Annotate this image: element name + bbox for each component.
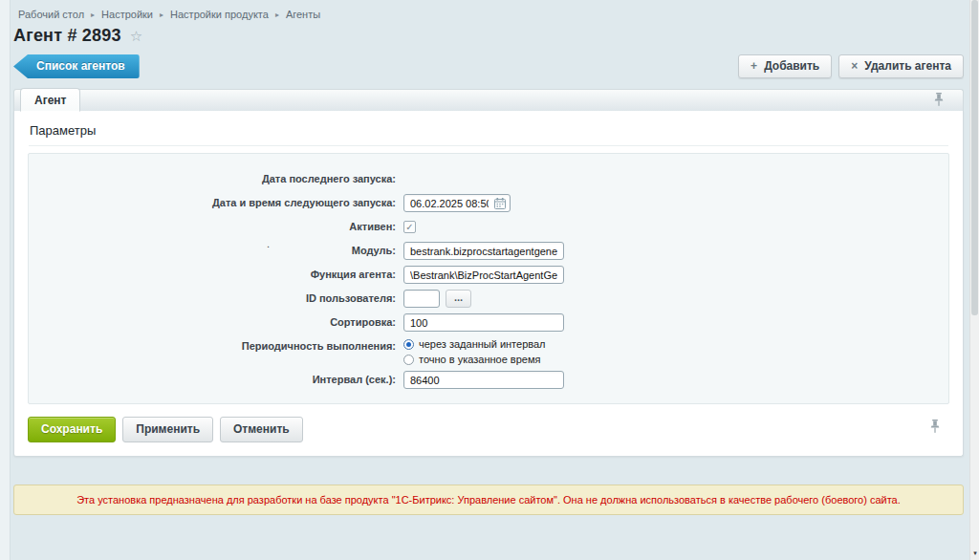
- breadcrumb-separator-icon: ▸: [160, 11, 163, 19]
- user-id-input[interactable]: [403, 290, 440, 308]
- user-browse-button[interactable]: ...: [446, 290, 471, 308]
- breadcrumb-settings[interactable]: Настройки: [101, 9, 153, 20]
- agent-function-input[interactable]: [403, 266, 564, 284]
- delete-agent-button[interactable]: × Удалить агента: [838, 54, 964, 78]
- dev-install-warning: Эта установка предназначена для разработ…: [13, 485, 964, 515]
- periodicity-option-exact-time-label: точно в указанное время: [419, 354, 540, 365]
- toolbar: Список агентов + Добавить × Удалить аген…: [13, 54, 964, 78]
- field-row-interval: Интервал (сек.):: [29, 371, 948, 389]
- save-button[interactable]: Сохранить: [28, 417, 116, 442]
- scroll-down-arrow-icon[interactable]: ▾: [970, 549, 979, 557]
- parameters-panel: . Дата последнего запуска: Дата и время …: [28, 153, 949, 404]
- interval-input[interactable]: [403, 371, 564, 389]
- pin-icon[interactable]: [930, 420, 940, 438]
- next-run-label: Дата и время следующего запуска:: [29, 194, 403, 212]
- plus-icon: +: [751, 60, 757, 72]
- scrollbar-thumb[interactable]: [971, 0, 978, 315]
- agent-list-button[interactable]: Список агентов: [13, 54, 140, 78]
- pin-icon[interactable]: [934, 93, 944, 111]
- periodicity-option-exact-time[interactable]: точно в указанное время: [403, 354, 540, 365]
- vertical-scrollbar[interactable]: ▾: [969, 0, 979, 560]
- radio-unselected-icon[interactable]: [403, 355, 414, 365]
- stray-dot: .: [267, 238, 270, 249]
- calendar-icon[interactable]: [494, 198, 506, 209]
- function-label: Функция агента:: [29, 266, 403, 284]
- favorite-star-icon[interactable]: ☆: [130, 29, 142, 43]
- periodicity-option-interval-label: через заданный интервал: [419, 338, 546, 350]
- active-checkbox[interactable]: ✓: [403, 221, 416, 233]
- last-run-label: Дата последнего запуска:: [29, 170, 403, 188]
- breadcrumb-desktop[interactable]: Рабочий стол: [18, 9, 84, 20]
- module-input[interactable]: [403, 242, 564, 260]
- tab-agent[interactable]: Агент: [20, 88, 80, 112]
- breadcrumb: Рабочий стол ▸ Настройки ▸ Настройки про…: [13, 0, 964, 20]
- breadcrumb-separator-icon: ▸: [91, 11, 95, 19]
- periodicity-label: Периодичность выполнения:: [29, 337, 403, 355]
- add-button-label: Добавить: [764, 59, 819, 73]
- title-row: Агент # 2893 ☆: [13, 26, 964, 46]
- page-title: Агент # 2893: [13, 26, 121, 46]
- form-actions: Сохранить Применить Отменить: [14, 404, 963, 456]
- main-content: Рабочий стол ▸ Настройки ▸ Настройки про…: [13, 0, 964, 515]
- add-button[interactable]: + Добавить: [738, 54, 832, 78]
- field-row-module: Модуль:: [29, 242, 948, 260]
- form-container: Параметры . Дата последнего запуска: Дат…: [13, 111, 964, 457]
- user-id-label: ID пользователя:: [29, 290, 403, 308]
- breadcrumb-separator-icon: ▸: [275, 11, 279, 19]
- field-row-function: Функция агента:: [29, 266, 948, 284]
- field-row-last-run: Дата последнего запуска:: [29, 170, 948, 188]
- field-row-next-run: Дата и время следующего запуска:: [29, 194, 948, 212]
- sort-input[interactable]: [403, 313, 564, 332]
- field-row-periodicity: Периодичность выполнения: через заданный…: [29, 337, 948, 365]
- active-label: Активен:: [29, 218, 403, 236]
- field-row-user-id: ID пользователя: ...: [29, 290, 948, 308]
- section-title: Параметры: [29, 111, 948, 146]
- toolbar-right: + Добавить × Удалить агента: [738, 54, 964, 78]
- delete-button-label: Удалить агента: [864, 59, 951, 73]
- field-row-active: Активен: ✓: [29, 218, 948, 236]
- sort-label: Сортировка:: [29, 313, 403, 332]
- cancel-button[interactable]: Отменить: [220, 417, 303, 442]
- apply-button[interactable]: Применить: [122, 417, 213, 442]
- interval-label: Интервал (сек.):: [29, 371, 403, 389]
- close-icon: ×: [851, 60, 858, 72]
- periodicity-option-interval[interactable]: через заданный интервал: [403, 338, 546, 350]
- module-label: Модуль:: [29, 242, 403, 260]
- left-gutter: [0, 0, 11, 560]
- field-row-sort: Сортировка:: [29, 313, 948, 332]
- tab-strip: Агент: [13, 89, 964, 111]
- next-run-field-wrap: [403, 194, 511, 212]
- breadcrumb-agents[interactable]: Агенты: [286, 9, 320, 20]
- breadcrumb-product-settings[interactable]: Настройки продукта: [170, 9, 269, 20]
- radio-selected-icon[interactable]: [403, 339, 414, 350]
